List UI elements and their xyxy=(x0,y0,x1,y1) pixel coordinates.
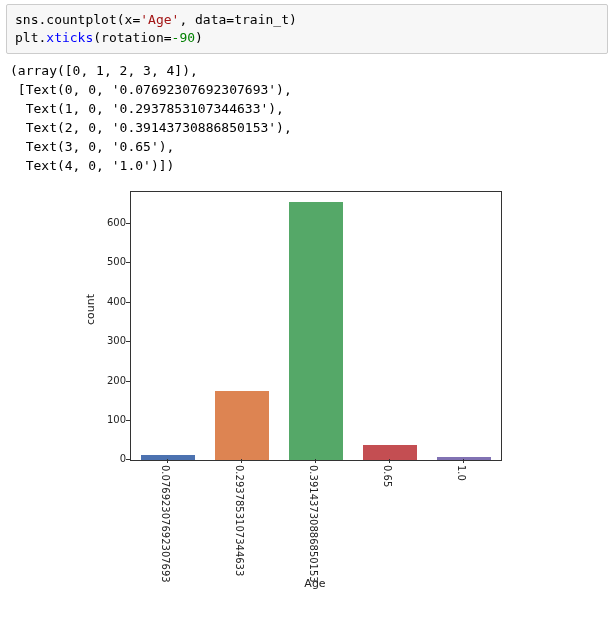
bar-3 xyxy=(363,445,416,461)
y-tick-mark xyxy=(126,223,130,224)
code-line-1: sns.countplot(x='Age', data=train_t) xyxy=(15,12,297,27)
code-cell: sns.countplot(x='Age', data=train_t) plt… xyxy=(6,4,608,54)
y-tick-mark xyxy=(126,262,130,263)
x-tick-label: 1.0 xyxy=(456,465,467,575)
y-tick-mark xyxy=(126,459,130,460)
y-tick-label: 300 xyxy=(100,335,126,346)
code-line-2: plt.xticks(rotation=-90) xyxy=(15,30,203,45)
output-text: (array([0, 1, 2, 3, 4]), [Text(0, 0, '0.… xyxy=(0,54,614,179)
y-axis-label: count xyxy=(84,294,97,325)
y-tick-mark xyxy=(126,420,130,421)
plot-area xyxy=(130,191,502,461)
y-tick-label: 100 xyxy=(100,414,126,425)
bar-1 xyxy=(215,391,268,460)
x-tick-mark xyxy=(241,459,242,463)
x-tick-label: 0.07692307692307693 xyxy=(160,465,171,575)
x-tick-label: 0.39143730886850153 xyxy=(308,465,319,575)
y-tick-label: 600 xyxy=(100,217,126,228)
y-tick-mark xyxy=(126,381,130,382)
x-tick-label: 0.2937853107344633 xyxy=(234,465,245,575)
x-tick-mark xyxy=(463,459,464,463)
y-tick-label: 200 xyxy=(100,375,126,386)
x-tick-mark xyxy=(167,459,168,463)
x-tick-label: 0.65 xyxy=(382,465,393,575)
y-tick-mark xyxy=(126,341,130,342)
x-tick-mark xyxy=(389,459,390,463)
y-tick-mark xyxy=(126,302,130,303)
y-tick-label: 500 xyxy=(100,256,126,267)
x-tick-mark xyxy=(315,459,316,463)
countplot-chart: count Age 01002003004005006000.076923076… xyxy=(70,183,570,593)
bar-2 xyxy=(289,202,342,460)
y-tick-label: 400 xyxy=(100,296,126,307)
y-tick-label: 0 xyxy=(100,453,126,464)
